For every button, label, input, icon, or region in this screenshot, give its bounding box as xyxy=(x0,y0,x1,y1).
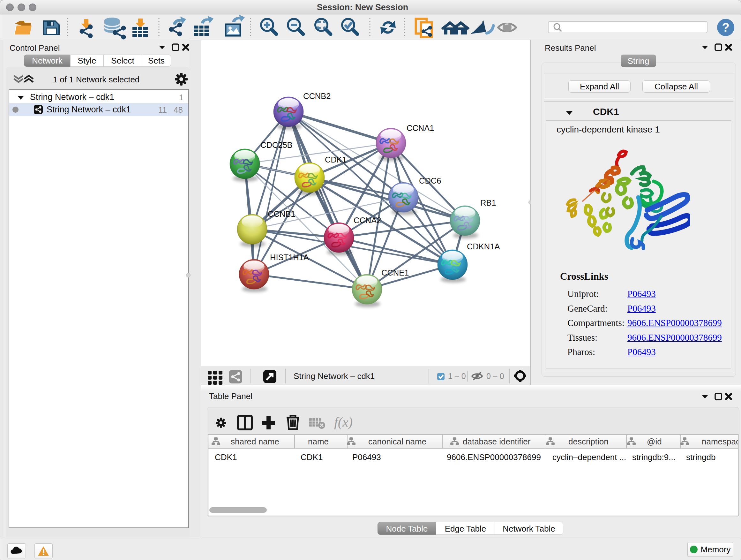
svg-text:1 – 0: 1 – 0 xyxy=(448,372,466,381)
svg-text:0 – 0: 0 – 0 xyxy=(486,372,504,381)
svg-text:CDK1: CDK1 xyxy=(215,452,237,462)
svg-text:name: name xyxy=(308,437,329,446)
svg-text:f(x): f(x) xyxy=(334,415,353,430)
svg-text:CCNB1: CCNB1 xyxy=(268,209,295,219)
svg-text:namespac: namespac xyxy=(702,437,738,446)
svg-text:CDC25B: CDC25B xyxy=(260,140,293,149)
svg-text:@id: @id xyxy=(647,437,662,446)
svg-text:String Network – cdk1: String Network – cdk1 xyxy=(293,371,375,381)
svg-text:P06493: P06493 xyxy=(352,452,381,462)
svg-text:CDK1: CDK1 xyxy=(300,452,323,462)
svg-text:database identifier: database identifier xyxy=(463,437,531,446)
svg-text:stringdb: stringdb xyxy=(686,452,716,462)
svg-text:CDK1: CDK1 xyxy=(325,155,347,164)
svg-text:description: description xyxy=(568,437,609,446)
svg-text:HIST1H1A: HIST1H1A xyxy=(270,253,309,262)
svg-text:RB1: RB1 xyxy=(480,198,496,207)
svg-text:CDKN1A: CDKN1A xyxy=(467,242,500,251)
svg-text:shared name: shared name xyxy=(231,437,279,446)
svg-text:CCNA1: CCNA1 xyxy=(407,124,434,132)
svg-text:CCNB2: CCNB2 xyxy=(303,91,331,101)
svg-text:CCNA2: CCNA2 xyxy=(354,216,381,225)
svg-text:CCNE1: CCNE1 xyxy=(381,268,409,277)
svg-text:9606.ENSP00000378699: 9606.ENSP00000378699 xyxy=(447,452,541,462)
svg-text:stringdb:9...: stringdb:9... xyxy=(632,452,676,462)
svg-text:?: ? xyxy=(722,21,729,34)
svg-text:cyclin–dependent ...: cyclin–dependent ... xyxy=(552,452,626,462)
svg-text:canonical name: canonical name xyxy=(368,437,426,446)
svg-text:CDC6: CDC6 xyxy=(419,176,441,185)
